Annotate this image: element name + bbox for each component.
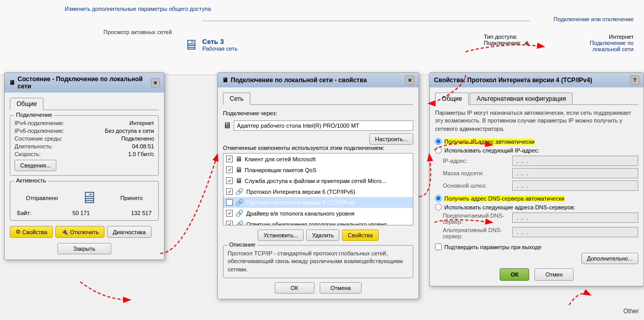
network-name[interactable]: Сеть 3	[202, 38, 237, 45]
manual-dns-radio[interactable]	[435, 204, 442, 210]
manual-ip-radio[interactable]	[435, 147, 442, 154]
received-bytes: 132 517	[131, 210, 152, 216]
disconnect-button[interactable]: 🔌 Отключить	[55, 226, 104, 238]
props-dialog-titlebar: 🖥 Подключение по локальной сети - свойст…	[218, 73, 418, 87]
subnet-input[interactable]	[512, 168, 638, 178]
component-checkbox[interactable]	[226, 177, 233, 184]
props-dialog-title: Подключение по локальной сети - свойства	[231, 77, 367, 84]
tcp-dialog-close[interactable]: ?	[630, 75, 639, 85]
connection-section-label: Подключение	[14, 112, 54, 118]
alt-dns-input[interactable]	[512, 227, 638, 237]
props-dialog-close[interactable]: ✕	[405, 75, 414, 85]
component-checkbox[interactable]	[226, 188, 233, 195]
components-label: Отмеченные компоненты используются этим …	[223, 145, 413, 151]
uninstall-button[interactable]: Удалить	[306, 230, 339, 241]
sent-bytes: 50 171	[72, 210, 90, 216]
status-dialog-close[interactable]: ✕	[151, 78, 160, 87]
component-item[interactable]: 🔗Протокол Интернета версии 4 (TCP/IPv4)	[223, 197, 413, 208]
sent-label: Отправлено	[26, 195, 58, 201]
network-subtype[interactable]: Рабочая сеть	[202, 45, 237, 52]
props-ok-button[interactable]: ОК	[275, 282, 314, 294]
component-label: Протокол Интернета версии 6 (TCP/IPv6)	[246, 189, 355, 195]
auto-ip-radio[interactable]	[435, 138, 442, 145]
ip-address-input[interactable]	[512, 156, 638, 166]
confirm-checkbox[interactable]	[435, 243, 442, 250]
tcp-cancel-button[interactable]: Отмен	[534, 268, 573, 281]
tcp-info-text: Параметры IP могут назначаться автоматич…	[435, 109, 638, 133]
adapter-icon: 🖥	[223, 121, 231, 130]
disconnect-icon: 🔌	[61, 228, 68, 235]
change-link[interactable]: Изменить дополнительные параметры общего…	[65, 5, 211, 12]
local-connection-link[interactable]: Подключение полокальной сети	[590, 40, 634, 52]
component-checkbox[interactable]	[226, 156, 233, 162]
ipv6-label: IPv6-подключение:	[14, 128, 65, 134]
description-label: Описание	[228, 241, 257, 248]
diagnostics-button[interactable]: Диагностика	[107, 226, 152, 238]
gateway-input[interactable]	[512, 180, 638, 191]
component-label: Клиент для сетей Microsoft	[245, 156, 316, 162]
dns-radio-section: Получить адрес DNS-сервера автоматически…	[435, 195, 638, 239]
component-label: Служба доступа к файлам и принтерам сете…	[245, 178, 386, 184]
component-item[interactable]: 🖥Клиент для сетей Microsoft	[223, 154, 413, 164]
tab-general-tcp[interactable]: Общие	[435, 93, 469, 105]
auto-dns-label: Получить адрес DNS-сервера автоматически	[444, 195, 564, 202]
advanced-button[interactable]: Дополнительно...	[581, 253, 638, 264]
confirm-checkbox-row: Подтвердить параметры при выходе	[435, 243, 638, 250]
component-item[interactable]: 🖥Служба доступа к файлам и принтерам сет…	[223, 175, 413, 186]
component-icon: 🔗	[235, 199, 244, 206]
close-button[interactable]: Закрыть	[57, 243, 111, 254]
adapter-input[interactable]	[234, 120, 413, 131]
auto-dns-radio[interactable]	[435, 195, 442, 202]
details-button[interactable]: Сведения...	[14, 160, 56, 171]
ip-address-label: IP-адрес:	[443, 158, 510, 164]
status-dialog-title: Состояние - Подключение по локальной сет…	[18, 75, 151, 90]
install-button[interactable]: Установить...	[258, 230, 304, 241]
component-icon: 🔗	[235, 209, 244, 217]
activity-section: Активность Отправлено 🖥 Принято Байт: 50…	[10, 181, 159, 221]
speed-value: 1.0 Гбит/с	[128, 151, 154, 157]
component-checkbox[interactable]	[226, 199, 233, 206]
props-properties-button[interactable]: Свойства	[342, 230, 378, 241]
component-label: Ответчик обнаружения топологии канальног…	[246, 221, 387, 226]
media-label: Состояние среды:	[14, 135, 63, 142]
tcp-dialog-title: Свойства: Протокол Интернета версии 4 (T…	[434, 77, 592, 84]
connection-link[interactable]: Подключение или отключение	[553, 16, 634, 23]
properties-icon: ⚙	[16, 228, 21, 235]
speed-label: Скорость:	[14, 151, 41, 157]
computer-icon: 🖥	[81, 188, 97, 207]
configure-button[interactable]: Настроить...	[369, 133, 413, 145]
tab-general-status[interactable]: Общие	[10, 98, 43, 110]
components-list: 🖥Клиент для сетей Microsoft🖥Планировщик …	[223, 153, 413, 225]
props-cancel-button[interactable]: Отмена	[320, 282, 362, 294]
component-checkbox[interactable]	[226, 166, 233, 173]
received-label: Принято	[121, 195, 143, 201]
component-item[interactable]: 🔗Драйвер в/в тополога канального уровня	[223, 208, 413, 219]
description-box: Описание Протокол TCP/IP - стандартный п…	[223, 245, 413, 278]
activity-section-label: Активность	[14, 177, 48, 184]
description-text: Протокол TCP/IP - стандартный протокол г…	[228, 250, 409, 273]
preferred-dns-label: Предпочитаемый DNS-сервер:	[443, 212, 510, 225]
component-checkbox[interactable]	[226, 221, 233, 225]
component-icon: 🖥	[235, 177, 242, 185]
tcp-ok-button[interactable]: ОК	[500, 268, 529, 281]
gateway-label: Основной шлюз:	[443, 182, 510, 189]
bytes-label: Байт:	[17, 210, 32, 216]
component-item[interactable]: 🔗Протокол Интернета версии 6 (TCP/IPv6)	[223, 186, 413, 197]
component-checkbox[interactable]	[226, 210, 233, 217]
component-icon: 🔗	[235, 220, 244, 225]
component-label: Протокол Интернета версии 4 (TCP/IPv4)	[246, 200, 355, 206]
tab-network[interactable]: Сеть	[223, 93, 250, 105]
media-value: Подключено	[121, 135, 154, 142]
component-icon: 🔗	[235, 188, 244, 195]
tab-alt-config[interactable]: Альтернативная конфигурация	[470, 93, 573, 104]
properties-button[interactable]: ⚙ Свойства	[10, 226, 53, 238]
auto-ip-label: Получить IP-адрес автоматически	[444, 139, 534, 145]
preferred-dns-input[interactable]	[512, 212, 638, 223]
component-item[interactable]: 🖥Планировщик пакетов QoS	[223, 164, 413, 175]
component-icon: 🖥	[235, 155, 242, 163]
alt-dns-label: Альтернативный DNS-сервер:	[443, 227, 510, 239]
component-item[interactable]: 🔗Ответчик обнаружения топологии канально…	[223, 219, 413, 225]
props-icon: 🖥	[222, 77, 228, 84]
props-dialog: 🖥 Подключение по локальной сети - свойст…	[217, 72, 419, 299]
network-status-icon: 🖥	[9, 79, 15, 86]
